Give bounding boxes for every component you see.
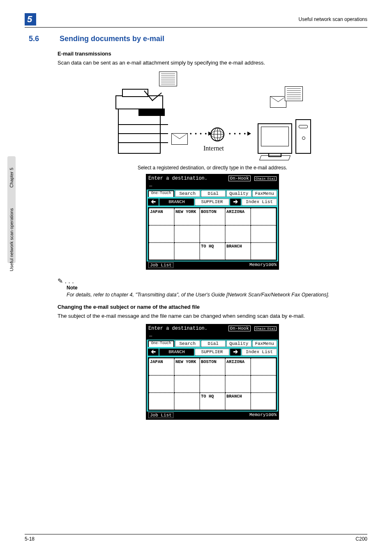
dest-to-hq[interactable]: TO HQ <box>200 243 225 260</box>
note-label: Note <box>67 285 367 291</box>
dest-empty[interactable] <box>200 375 225 393</box>
dest-empty[interactable] <box>225 225 251 243</box>
dest-empty[interactable] <box>174 225 200 243</box>
dest-to-hq[interactable]: TO HQ <box>200 393 225 410</box>
dest-boston[interactable]: BOSTON <box>200 358 225 375</box>
dest-boston[interactable]: BOSTON <box>200 208 225 225</box>
cursor-icon: _ <box>149 181 277 187</box>
page-footer: 5-18 C200 <box>25 534 367 542</box>
tab-search[interactable]: Search <box>175 340 200 347</box>
nav-supplier-button[interactable]: SUPPLIER <box>195 349 229 356</box>
dest-japan[interactable]: JAPAN <box>149 358 174 375</box>
copier-icon <box>114 88 167 154</box>
chain-dial-button[interactable]: Chain Dial <box>254 326 277 331</box>
nav-right-arrow-icon[interactable]: 🡲 <box>230 199 241 206</box>
model-code: C200 <box>355 536 367 542</box>
document-icon <box>159 72 177 86</box>
nav-supplier-button[interactable]: SUPPLIER <box>195 199 229 206</box>
dest-empty[interactable] <box>149 393 174 410</box>
dest-branch[interactable]: BRANCH <box>225 393 251 410</box>
lcd-prompt: Enter a destination. <box>148 326 208 331</box>
dest-empty[interactable] <box>251 243 276 260</box>
dest-empty[interactable] <box>149 375 174 393</box>
index-list-button[interactable]: Index List <box>242 199 277 206</box>
tab-one-touch[interactable]: One-Touch <box>148 190 174 197</box>
job-list-button[interactable]: Job List <box>148 412 173 418</box>
tab-quality[interactable]: Quality <box>226 190 251 197</box>
side-tab-text-1: Useful network scan operations <box>9 208 14 271</box>
caption-select-destination: Select a registered destination, or dire… <box>58 165 367 171</box>
dest-new-york[interactable]: NEW YORK <box>174 208 200 225</box>
lcd-screen-2: Enter a destination. On-Hook Chain Dial … <box>146 324 279 420</box>
job-list-button[interactable]: Job List <box>148 262 173 268</box>
page-number: 5-18 <box>25 536 35 542</box>
section-title: 5.6 Sending documents by e-mail <box>29 35 367 43</box>
on-hook-button[interactable]: On-Hook <box>228 176 251 181</box>
flow-dots-icon: • • • • <box>229 130 251 136</box>
side-tab-text-2: Chapter 5 <box>9 168 14 187</box>
dest-empty[interactable] <box>251 375 276 393</box>
tab-search[interactable]: Search <box>175 190 200 197</box>
globe-icon <box>210 127 224 141</box>
chapter-number-badge: 5 <box>25 13 36 25</box>
dest-japan[interactable]: JAPAN <box>149 208 174 225</box>
memory-indicator: Memory100% <box>249 412 277 418</box>
subheading-email-transmissions: E-mail transmissions <box>58 51 367 57</box>
envelope-icon <box>171 133 188 145</box>
destination-grid: JAPAN NEW YORK BOSTON ARIZONA TO HQ BRAN… <box>148 207 277 261</box>
dest-new-york[interactable]: NEW YORK <box>174 358 200 375</box>
flow-dots-icon: • • • • <box>190 130 212 136</box>
para-change-subject: The subject of the e-mail message and th… <box>58 312 367 320</box>
dest-arizona[interactable]: ARIZONA <box>225 358 251 375</box>
dest-branch[interactable]: BRANCH <box>225 243 251 260</box>
chain-dial-button[interactable]: Chain Dial <box>254 176 277 181</box>
para-email-transmissions: Scan data can be sent as an e-mail attac… <box>58 59 367 67</box>
nav-left-arrow-icon[interactable]: 🡰 <box>148 349 159 356</box>
tab-quality[interactable]: Quality <box>226 340 251 347</box>
dest-empty[interactable] <box>251 208 276 225</box>
page-header: 5 Useful network scan operations <box>25 13 367 28</box>
internet-label: Internet <box>203 145 224 152</box>
lcd-prompt: Enter a destination. <box>148 176 208 181</box>
tab-dial[interactable]: Dial <box>201 190 226 197</box>
destination-grid: JAPAN NEW YORK BOSTON ARIZONA TO HQ BRAN… <box>148 357 277 411</box>
dest-empty[interactable] <box>174 393 200 410</box>
tab-faxmenu[interactable]: FaxMenu <box>252 340 277 347</box>
lcd-screen-1: Enter a destination. On-Hook Chain Dial … <box>146 174 279 270</box>
tab-one-touch[interactable]: One-Touch <box>148 340 174 347</box>
computer-icon <box>258 109 311 154</box>
dest-empty[interactable] <box>174 243 200 260</box>
dest-empty[interactable] <box>200 225 225 243</box>
nav-right-arrow-icon[interactable]: 🡲 <box>230 349 241 356</box>
dest-empty[interactable] <box>149 225 174 243</box>
section-name: Sending documents by e-mail <box>60 35 164 43</box>
illustration: • • • • • • • • Internet <box>58 72 367 159</box>
nav-left-arrow-icon[interactable]: 🡰 <box>148 199 159 206</box>
pencil-note-icon: ✎ . . . <box>58 277 367 285</box>
dest-empty[interactable] <box>225 375 251 393</box>
document-icon <box>285 86 303 101</box>
content: 5.6 Sending documents by e-mail E-mail t… <box>29 35 367 427</box>
dest-empty[interactable] <box>174 375 200 393</box>
index-list-button[interactable]: Index List <box>242 349 277 356</box>
dest-empty[interactable] <box>251 358 276 375</box>
on-hook-button[interactable]: On-Hook <box>228 326 251 331</box>
running-title: Useful network scan operations <box>299 13 367 22</box>
section-number: 5.6 <box>29 35 58 43</box>
note-body: For details, refer to chapter 4, "Transm… <box>67 291 367 298</box>
cursor-icon: _ <box>149 331 277 337</box>
nav-branch-button[interactable]: BRANCH <box>159 349 194 356</box>
tab-dial[interactable]: Dial <box>201 340 226 347</box>
side-tab: Useful network scan operations Chapter 5 <box>7 156 16 263</box>
dest-empty[interactable] <box>251 225 276 243</box>
envelope-icon <box>270 96 286 108</box>
dest-empty[interactable] <box>149 243 174 260</box>
nav-branch-button[interactable]: BRANCH <box>159 199 194 206</box>
dest-arizona[interactable]: ARIZONA <box>225 208 251 225</box>
dest-empty[interactable] <box>251 393 276 410</box>
tab-faxmenu[interactable]: FaxMenu <box>252 190 277 197</box>
memory-indicator: Memory100% <box>249 262 277 268</box>
subheading-change-subject: Changing the e-mail subject or name of t… <box>58 304 367 310</box>
